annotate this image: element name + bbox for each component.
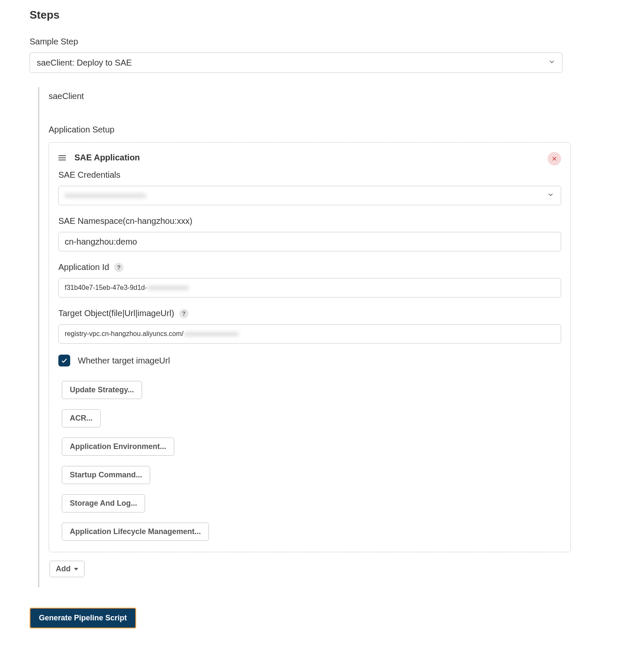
acr-button[interactable]: ACR... <box>62 409 101 427</box>
caret-down-icon <box>74 568 78 570</box>
application-lifecycle-management-button[interactable]: Application Lifecycle Management... <box>62 523 209 541</box>
close-icon <box>552 156 557 161</box>
close-button[interactable] <box>548 152 561 165</box>
sample-step-value: saeClient: Deploy to SAE <box>37 58 132 68</box>
application-setup-label: Application Setup <box>49 125 571 135</box>
sample-step-label: Sample Step <box>30 37 608 47</box>
application-id-input[interactable]: f31b40e7-15eb-47e3-9d1d- xxxxxxxxxxxx <box>58 278 561 297</box>
credentials-value-redacted: xxxxxxxxxxxxxxxxxxxxxxxx <box>65 192 146 199</box>
sae-application-panel: SAE Application SAE Credentials xxxxxxxx… <box>49 142 571 552</box>
drag-handle-icon[interactable] <box>58 155 66 160</box>
application-id-value: f31b40e7-15eb-47e3-9d1d- <box>65 284 147 292</box>
namespace-input[interactable] <box>58 232 561 251</box>
indented-block: saeClient Application Setup SAE Applicat… <box>38 87 571 587</box>
update-strategy-button[interactable]: Update Strategy... <box>62 381 142 399</box>
sae-client-label: saeClient <box>49 91 571 101</box>
check-icon <box>61 357 68 364</box>
whether-target-imageurl-checkbox[interactable] <box>58 355 70 366</box>
storage-and-log-button[interactable]: Storage And Log... <box>62 494 145 512</box>
sample-step-select[interactable]: saeClient: Deploy to SAE <box>30 52 562 73</box>
application-environment-button[interactable]: Application Environment... <box>62 438 174 456</box>
add-button-label: Add <box>56 565 71 573</box>
target-object-redacted: xxxxxxxxxxxxxxxx <box>184 330 238 338</box>
target-object-label: Target Object(file|Url|imageUrl) <box>58 308 174 318</box>
panel-title: SAE Application <box>74 153 140 162</box>
application-id-redacted: xxxxxxxxxxxx <box>147 284 189 292</box>
namespace-label: SAE Namespace(cn-hangzhou:xxx) <box>58 216 561 226</box>
startup-command-button[interactable]: Startup Command... <box>62 466 150 484</box>
expandable-buttons: Update Strategy... ACR... Application En… <box>58 381 561 541</box>
help-icon[interactable]: ? <box>114 263 123 272</box>
sample-step-select-wrap: saeClient: Deploy to SAE <box>30 52 562 73</box>
add-button[interactable]: Add <box>49 561 85 577</box>
page-title: Steps <box>30 8 608 22</box>
target-object-value: registry-vpc.cn-hangzhou.aliyuncs.com/ <box>65 330 184 338</box>
credentials-select[interactable]: xxxxxxxxxxxxxxxxxxxxxxxx <box>58 186 561 205</box>
generate-pipeline-script-button[interactable]: Generate Pipeline Script <box>30 608 136 628</box>
whether-target-imageurl-label: Whether target imageUrl <box>78 356 170 366</box>
target-object-input[interactable]: registry-vpc.cn-hangzhou.aliyuncs.com/ x… <box>58 324 561 344</box>
help-icon[interactable]: ? <box>179 309 189 318</box>
application-id-label: Application Id <box>58 262 109 272</box>
credentials-label: SAE Credentials <box>58 170 561 180</box>
